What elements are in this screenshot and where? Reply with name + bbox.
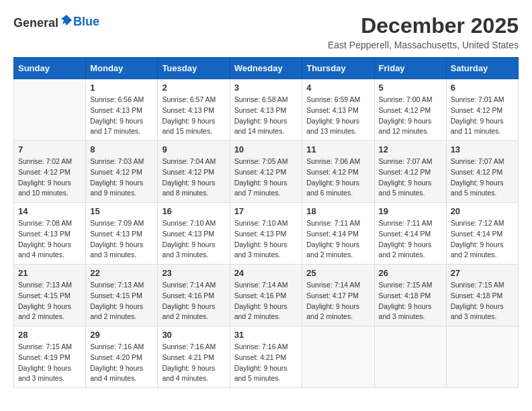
calendar-table: SundayMondayTuesdayWednesdayThursdayFrid… [13,57,519,388]
calendar-header-cell: Monday [86,58,158,79]
day-info: Sunrise: 7:13 AMSunset: 4:15 PMDaylight:… [18,280,81,322]
day-number: 9 [162,144,225,154]
day-info: Sunrise: 6:57 AMSunset: 4:13 PMDaylight:… [162,95,225,137]
day-number: 30 [162,330,225,340]
day-info: Sunrise: 7:10 AMSunset: 4:13 PMDaylight:… [234,218,298,261]
day-number: 19 [379,206,442,216]
day-info: Sunrise: 7:07 AMSunset: 4:12 PMDaylight:… [451,156,514,199]
header: General Blue December 2025 East Pepperel… [13,13,519,50]
day-info: Sunrise: 7:14 AMSunset: 4:16 PMDaylight:… [234,280,298,322]
day-number: 16 [162,206,225,216]
calendar-day-cell: 28Sunrise: 7:15 AMSunset: 4:19 PMDayligh… [14,326,86,388]
calendar-day-cell: 10Sunrise: 7:05 AMSunset: 4:12 PMDayligh… [230,141,302,203]
day-number: 1 [90,83,153,93]
day-info: Sunrise: 7:01 AMSunset: 4:12 PMDaylight:… [451,95,514,137]
day-number: 5 [379,83,442,93]
calendar-header-cell: Wednesday [230,58,302,79]
day-info: Sunrise: 7:16 AMSunset: 4:21 PMDaylight:… [162,342,225,384]
calendar-day-cell: 12Sunrise: 7:07 AMSunset: 4:12 PMDayligh… [374,141,446,203]
logo-icon [60,13,73,27]
day-number: 25 [306,268,369,278]
day-number: 15 [90,206,153,216]
day-info: Sunrise: 7:00 AMSunset: 4:12 PMDaylight:… [379,95,442,137]
day-info: Sunrise: 7:07 AMSunset: 4:12 PMDaylight:… [379,156,442,199]
calendar-day-cell: 8Sunrise: 7:03 AMSunset: 4:12 PMDaylight… [86,141,158,203]
logo-general-text: General [13,16,58,30]
day-number: 31 [234,330,298,340]
day-number: 28 [18,330,81,340]
calendar-week-row: 14Sunrise: 7:08 AMSunset: 4:13 PMDayligh… [14,203,519,265]
day-info: Sunrise: 7:15 AMSunset: 4:18 PMDaylight:… [379,280,442,322]
title-area: December 2025 East Pepperell, Massachuse… [328,13,519,50]
calendar-day-cell: 25Sunrise: 7:14 AMSunset: 4:17 PMDayligh… [302,265,374,326]
day-info: Sunrise: 7:16 AMSunset: 4:21 PMDaylight:… [234,342,298,384]
calendar-day-cell: 2Sunrise: 6:57 AMSunset: 4:13 PMDaylight… [158,79,230,141]
calendar-day-cell: 1Sunrise: 6:56 AMSunset: 4:13 PMDaylight… [86,79,158,141]
logo: General Blue [13,13,99,30]
day-number: 17 [234,206,298,216]
day-number: 22 [90,268,153,278]
day-number: 2 [162,83,225,93]
calendar-day-cell: 22Sunrise: 7:13 AMSunset: 4:15 PMDayligh… [86,265,158,326]
calendar-week-row: 1Sunrise: 6:56 AMSunset: 4:13 PMDaylight… [14,79,519,141]
day-number: 29 [90,330,153,340]
day-number: 7 [18,144,81,154]
calendar-day-cell [302,326,374,388]
day-info: Sunrise: 6:56 AMSunset: 4:13 PMDaylight:… [90,95,153,137]
calendar-day-cell: 27Sunrise: 7:15 AMSunset: 4:18 PMDayligh… [446,265,518,326]
calendar-day-cell: 5Sunrise: 7:00 AMSunset: 4:12 PMDaylight… [374,79,446,141]
calendar-day-cell: 16Sunrise: 7:10 AMSunset: 4:13 PMDayligh… [158,203,230,265]
month-title: December 2025 [328,13,519,38]
day-info: Sunrise: 7:04 AMSunset: 4:12 PMDaylight:… [162,156,225,199]
day-number: 27 [451,268,514,278]
calendar-day-cell: 3Sunrise: 6:58 AMSunset: 4:13 PMDaylight… [230,79,302,141]
day-number: 23 [162,268,225,278]
day-info: Sunrise: 7:14 AMSunset: 4:16 PMDaylight:… [162,280,225,322]
calendar-day-cell: 19Sunrise: 7:11 AMSunset: 4:14 PMDayligh… [374,203,446,265]
calendar-header-cell: Thursday [302,58,374,79]
day-number: 3 [234,83,298,93]
calendar-day-cell: 11Sunrise: 7:06 AMSunset: 4:12 PMDayligh… [302,141,374,203]
location-title: East Pepperell, Massachusetts, United St… [328,40,519,50]
day-number: 20 [451,206,514,216]
calendar-day-cell: 18Sunrise: 7:11 AMSunset: 4:14 PMDayligh… [302,203,374,265]
day-info: Sunrise: 7:03 AMSunset: 4:12 PMDaylight:… [90,156,153,199]
calendar-header-cell: Tuesday [158,58,230,79]
day-info: Sunrise: 7:14 AMSunset: 4:17 PMDaylight:… [306,280,369,322]
calendar-day-cell: 29Sunrise: 7:16 AMSunset: 4:20 PMDayligh… [86,326,158,388]
day-number: 4 [306,83,369,93]
calendar-day-cell: 26Sunrise: 7:15 AMSunset: 4:18 PMDayligh… [374,265,446,326]
calendar-body: 1Sunrise: 6:56 AMSunset: 4:13 PMDaylight… [14,79,519,388]
day-info: Sunrise: 7:08 AMSunset: 4:13 PMDaylight:… [18,218,81,261]
calendar-day-cell: 30Sunrise: 7:16 AMSunset: 4:21 PMDayligh… [158,326,230,388]
calendar-header-cell: Friday [374,58,446,79]
calendar-week-row: 21Sunrise: 7:13 AMSunset: 4:15 PMDayligh… [14,265,519,326]
calendar-day-cell [446,326,518,388]
day-number: 24 [234,268,298,278]
calendar-day-cell: 21Sunrise: 7:13 AMSunset: 4:15 PMDayligh… [14,265,86,326]
calendar-day-cell [14,79,86,141]
calendar-day-cell: 9Sunrise: 7:04 AMSunset: 4:12 PMDaylight… [158,141,230,203]
day-info: Sunrise: 7:11 AMSunset: 4:14 PMDaylight:… [379,218,442,261]
calendar-day-cell: 23Sunrise: 7:14 AMSunset: 4:16 PMDayligh… [158,265,230,326]
day-number: 10 [234,144,298,154]
day-info: Sunrise: 7:09 AMSunset: 4:13 PMDaylight:… [90,218,153,261]
day-info: Sunrise: 6:58 AMSunset: 4:13 PMDaylight:… [234,95,298,137]
day-info: Sunrise: 7:15 AMSunset: 4:19 PMDaylight:… [18,342,81,384]
logo-blue-text: Blue [73,15,99,28]
day-number: 11 [306,144,369,154]
day-number: 8 [90,144,153,154]
day-number: 26 [379,268,442,278]
calendar-header-cell: Sunday [14,58,86,79]
calendar-day-cell [374,326,446,388]
day-info: Sunrise: 7:05 AMSunset: 4:12 PMDaylight:… [234,156,298,199]
day-number: 12 [379,144,442,154]
calendar-day-cell: 17Sunrise: 7:10 AMSunset: 4:13 PMDayligh… [230,203,302,265]
calendar-day-cell: 13Sunrise: 7:07 AMSunset: 4:12 PMDayligh… [446,141,518,203]
day-info: Sunrise: 7:10 AMSunset: 4:13 PMDaylight:… [162,218,225,261]
day-number: 6 [451,83,514,93]
calendar-day-cell: 7Sunrise: 7:02 AMSunset: 4:12 PMDaylight… [14,141,86,203]
calendar-day-cell: 31Sunrise: 7:16 AMSunset: 4:21 PMDayligh… [230,326,302,388]
day-info: Sunrise: 7:02 AMSunset: 4:12 PMDaylight:… [18,156,81,199]
day-info: Sunrise: 7:06 AMSunset: 4:12 PMDaylight:… [306,156,369,199]
